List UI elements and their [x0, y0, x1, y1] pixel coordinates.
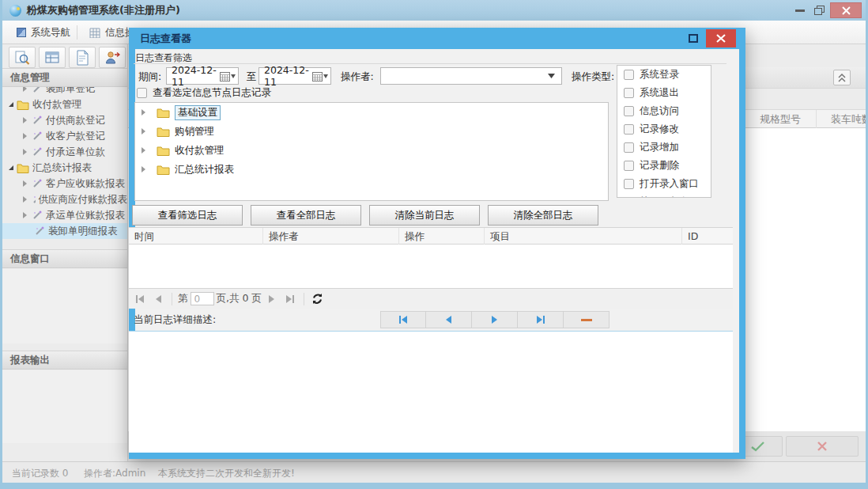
type-option[interactable]: 记录增加: [617, 138, 711, 157]
refresh-button[interactable]: [310, 291, 326, 307]
tree-folder[interactable]: 购销管理: [135, 122, 608, 141]
column-header[interactable]: 操作: [399, 228, 485, 244]
tree-folder[interactable]: 基础设置: [135, 103, 608, 122]
expander-collapsed-icon[interactable]: [23, 196, 30, 203]
expander-collapsed-icon[interactable]: [23, 87, 30, 92]
next-page-button[interactable]: [264, 291, 280, 307]
expander-collapsed-icon[interactable]: [23, 212, 30, 218]
expander-collapsed-icon[interactable]: [23, 133, 30, 139]
node-filter-checkbox[interactable]: 查看选定信息节点日志记录: [137, 86, 271, 100]
prev-page-button[interactable]: [150, 291, 166, 307]
system-nav-icon: [17, 28, 26, 37]
sidebar-header-info[interactable]: 信息管理: [2, 68, 127, 87]
document-button[interactable]: [69, 47, 96, 68]
tree-folder[interactable]: 收付款管理: [2, 97, 127, 112]
type-option[interactable]: 关闭录入窗口: [617, 193, 711, 198]
date-to-input[interactable]: 2024-12-11: [259, 67, 331, 85]
chevron-down-icon: [548, 74, 555, 78]
dialog-close-button[interactable]: [706, 29, 736, 47]
user-log-button[interactable]: [99, 47, 126, 68]
sidebar-header-window[interactable]: 信息窗口: [2, 249, 127, 268]
clear-current-logs-button[interactable]: 清除当前日志: [369, 205, 480, 226]
tree-item[interactable]: 付供商款登记: [2, 112, 127, 128]
minimize-icon: [795, 9, 805, 12]
detail-textarea[interactable]: [129, 331, 733, 453]
type-option[interactable]: 记录删除: [617, 157, 711, 175]
first-page-button[interactable]: [132, 291, 148, 307]
clear-all-logs-button[interactable]: 清除全部日志: [488, 205, 598, 226]
date-from-input[interactable]: 2024-12-11: [166, 67, 239, 85]
expander-collapsed-icon[interactable]: [142, 166, 149, 172]
calendar-icon[interactable]: [312, 71, 328, 82]
nav-delete-button[interactable]: [564, 311, 609, 328]
dialog-titlebar[interactable]: 日志查看器: [129, 28, 745, 49]
x-icon: [817, 441, 828, 452]
tree-item[interactable]: 付承运单位款: [2, 144, 127, 160]
tab-system-nav[interactable]: 系统导航: [9, 23, 78, 42]
collapse-panel-button[interactable]: [833, 70, 851, 85]
report-output-panel: [2, 370, 127, 443]
dialog-maximize-button[interactable]: [689, 34, 698, 43]
type-option[interactable]: 打开录入窗口: [617, 175, 711, 193]
column-header[interactable]: 规格型号: [745, 110, 817, 128]
tree-item[interactable]: 装卸单登记: [2, 87, 127, 97]
tree-item[interactable]: 供应商应付账款报表: [2, 191, 127, 207]
pager-bar: 第 页,共 0 页: [129, 288, 733, 309]
column-header[interactable]: ID: [682, 228, 733, 244]
column-header[interactable]: 操作者: [263, 228, 399, 244]
tree-item[interactable]: 承运单位账款报表: [2, 207, 127, 223]
expander-collapsed-icon[interactable]: [23, 149, 30, 155]
preview-button[interactable]: [9, 47, 36, 68]
checkbox-icon[interactable]: [624, 124, 634, 135]
datasheet-button[interactable]: [39, 47, 66, 68]
expander-collapsed-icon[interactable]: [23, 180, 30, 187]
operator-combobox[interactable]: [380, 67, 562, 85]
refresh-icon: [311, 293, 323, 305]
expander-expanded-icon[interactable]: [9, 102, 13, 107]
checkbox-icon[interactable]: [624, 161, 634, 171]
folder-icon: [157, 165, 170, 175]
page-number-input[interactable]: [191, 292, 214, 305]
nav-first-button[interactable]: [380, 311, 426, 328]
cancel-button[interactable]: [786, 436, 859, 457]
checkbox-icon[interactable]: [624, 106, 634, 116]
log-grid-body: [129, 244, 733, 288]
column-header[interactable]: 时间: [129, 228, 263, 244]
pager-separator: [172, 293, 172, 305]
type-option[interactable]: 系统退出: [617, 84, 711, 102]
restore-button[interactable]: [811, 4, 827, 17]
view-all-logs-button[interactable]: 查看全部日志: [251, 205, 361, 226]
tree-item[interactable]: 收客户款登记: [2, 128, 127, 144]
view-filtered-logs-button[interactable]: 查看筛选日志: [132, 205, 243, 226]
type-option[interactable]: 信息访问: [617, 102, 711, 120]
type-option[interactable]: 系统登录: [617, 66, 711, 84]
expander-collapsed-icon[interactable]: [142, 128, 149, 135]
checkbox-icon[interactable]: [624, 70, 634, 80]
column-header[interactable]: 项目: [485, 228, 682, 244]
tree-folder[interactable]: 汇总统计报表: [135, 160, 608, 179]
calendar-icon[interactable]: [220, 71, 236, 82]
checkbox-icon[interactable]: [624, 88, 634, 98]
expander-collapsed-icon[interactable]: [23, 117, 30, 123]
type-option[interactable]: 记录修改: [617, 120, 711, 138]
checkbox-icon[interactable]: [624, 197, 634, 198]
tree-item-selected[interactable]: 装卸单明细报表: [2, 223, 127, 239]
close-button[interactable]: [830, 2, 862, 18]
expander-collapsed-icon[interactable]: [142, 109, 149, 116]
tree-item[interactable]: 客户应收账款报表: [2, 176, 127, 191]
tree-folder[interactable]: 汇总统计报表: [2, 160, 127, 176]
sidebar-header-report[interactable]: 报表输出: [2, 351, 127, 370]
nav-next-button[interactable]: [472, 311, 518, 328]
minimize-button[interactable]: [792, 4, 808, 17]
chevron-up-icon: [837, 74, 847, 82]
last-page-button[interactable]: [282, 291, 298, 307]
tree-folder[interactable]: 收付款管理: [135, 141, 608, 160]
nav-last-button[interactable]: [518, 311, 564, 328]
checkbox-icon[interactable]: [137, 88, 147, 98]
column-header[interactable]: 装车吨数: [817, 110, 868, 128]
expander-expanded-icon[interactable]: [9, 165, 13, 170]
nav-prev-button[interactable]: [426, 311, 472, 328]
checkbox-icon[interactable]: [624, 179, 634, 189]
expander-collapsed-icon[interactable]: [142, 147, 149, 154]
checkbox-icon[interactable]: [624, 142, 634, 153]
